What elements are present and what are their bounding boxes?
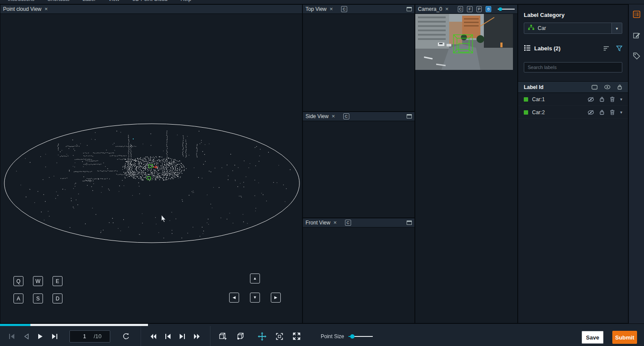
go-first-frame-button[interactable] [8, 333, 16, 340]
chevron-down-icon[interactable]: ▾ [620, 110, 622, 115]
key-s[interactable]: S [33, 293, 43, 303]
top-view-viewport[interactable] [303, 14, 414, 111]
menu-view[interactable]: View [108, 0, 119, 2]
key-d-label: D [56, 296, 59, 302]
key-a[interactable]: A [13, 293, 23, 303]
key-d[interactable]: D [53, 293, 62, 303]
submit-button[interactable]: Submit [612, 331, 637, 344]
label-color-swatch [524, 110, 528, 115]
filter-icon[interactable] [616, 46, 622, 51]
label-category-dropdown[interactable]: Car ▾ [524, 23, 622, 34]
camera-badge-p[interactable]: P [476, 6, 482, 12]
maximize-icon[interactable] [407, 114, 412, 119]
go-last-frame-button[interactable] [51, 333, 58, 340]
label-row-car-1[interactable]: Car:1 ▾ [518, 93, 628, 106]
close-icon[interactable]: × [333, 221, 337, 225]
pan-down-button[interactable]: ▼ [250, 293, 260, 303]
arrow-down-icon: ▼ [253, 296, 257, 300]
front-view-viewport[interactable] [303, 227, 414, 323]
delete-icon[interactable] [610, 109, 615, 115]
label-row-car-2[interactable]: Car:2 ▾ [518, 106, 628, 119]
labels-panel-icon[interactable] [633, 10, 641, 18]
lock-icon[interactable] [599, 109, 605, 115]
pan-left-button[interactable]: ◀ [229, 293, 239, 303]
visibility-off-icon[interactable] [588, 97, 594, 102]
divider [141, 326, 141, 346]
menu-label[interactable]: Label [82, 0, 95, 2]
previous-frame-button[interactable] [23, 333, 30, 340]
fast-forward-button[interactable] [193, 333, 200, 339]
point-size-slider[interactable] [348, 334, 373, 339]
label-id-header-text: Label Id [524, 84, 543, 90]
tag-all-icon[interactable] [591, 85, 598, 90]
save-button[interactable]: Save [582, 331, 604, 344]
category-selected-value: Car [538, 25, 546, 31]
move-tool-icon[interactable] [258, 332, 266, 341]
chevron-down-icon[interactable]: ▾ [620, 97, 622, 102]
skip-forward-button[interactable] [179, 333, 186, 339]
maximize-icon[interactable] [407, 221, 412, 225]
add-cuboid-icon[interactable] [219, 332, 227, 340]
search-labels-input[interactable] [524, 62, 622, 72]
rewind-button[interactable] [150, 333, 157, 339]
label-category-title: Label Category [524, 12, 622, 18]
loop-playback-icon[interactable] [122, 333, 130, 340]
fullscreen-icon[interactable] [292, 332, 301, 340]
lock-all-icon[interactable] [617, 84, 622, 90]
labels-count-title: Labels (2) [534, 45, 561, 52]
right-tool-strip [628, 4, 644, 323]
pan-up-button[interactable]: ▲ [250, 274, 260, 283]
edit-cuboid-icon[interactable] [236, 332, 245, 340]
menu-instructions[interactable]: Instructions [8, 0, 34, 2]
divider [210, 326, 210, 346]
frame-counter: /10 [69, 330, 110, 343]
labels-sidebar: Label Category Car ▾ Labels (2) [518, 4, 628, 323]
camera-header: Camera_0 × C F P B [415, 5, 517, 14]
menu-3d-point-cloud[interactable]: 3D Point Cloud [132, 0, 168, 2]
key-e[interactable]: E [53, 276, 62, 286]
sort-icon[interactable] [603, 46, 609, 51]
close-icon[interactable]: × [329, 7, 333, 11]
delete-icon[interactable] [610, 96, 615, 102]
chevron-down-icon[interactable]: ▾ [611, 23, 622, 33]
top-view-header: Top View × C [303, 5, 414, 14]
lock-icon[interactable] [599, 96, 605, 102]
key-a-label: A [16, 296, 20, 302]
camera-toggle-badge[interactable]: C [343, 113, 349, 119]
slider-thumb[interactable] [350, 334, 355, 339]
fit-frame-icon[interactable] [276, 333, 283, 340]
tag-panel-icon[interactable] [633, 52, 641, 60]
camera-badge-f[interactable]: F [467, 6, 473, 12]
camera-toggle-badge[interactable]: C [341, 6, 347, 12]
camera-viewport[interactable] [415, 14, 517, 323]
footer-toolbar: /10 [0, 323, 644, 346]
close-icon[interactable]: × [445, 7, 449, 11]
side-view-viewport[interactable] [303, 121, 414, 217]
visibility-off-icon[interactable] [588, 110, 594, 115]
front-view-title: Front View [306, 220, 330, 226]
camera-opacity-slider[interactable] [498, 7, 515, 11]
top-view-panel: Top View × C [302, 4, 415, 112]
frame-number-input[interactable] [76, 333, 94, 339]
menu-shortcuts[interactable]: Shortcuts [47, 0, 69, 2]
point-cloud-viewport[interactable]: Q W E A S D ▲ ◀ ▼ ▶ [0, 14, 302, 323]
camera-badge-c[interactable]: C [458, 6, 463, 12]
key-q[interactable]: Q [13, 276, 23, 286]
pan-right-button[interactable]: ▶ [271, 293, 281, 303]
camera-image[interactable] [415, 14, 513, 70]
skip-back-button[interactable] [164, 333, 171, 339]
point-cloud-panel-header: Point cloud View × [0, 5, 302, 14]
camera-toggle-badge[interactable]: C [345, 220, 351, 226]
edit-panel-icon[interactable] [633, 31, 641, 39]
key-w[interactable]: W [33, 276, 43, 286]
close-icon[interactable]: × [45, 7, 48, 11]
play-button[interactable] [37, 333, 43, 340]
front-view-panel: Front View × C [302, 218, 415, 323]
menu-help[interactable]: Help [181, 0, 191, 2]
slider-thumb[interactable] [499, 7, 502, 11]
close-icon[interactable]: × [332, 114, 335, 119]
maximize-icon[interactable] [407, 7, 412, 11]
camera-badge-b[interactable]: B [486, 6, 491, 12]
visibility-all-icon[interactable] [604, 85, 611, 89]
key-s-label: S [36, 296, 39, 302]
